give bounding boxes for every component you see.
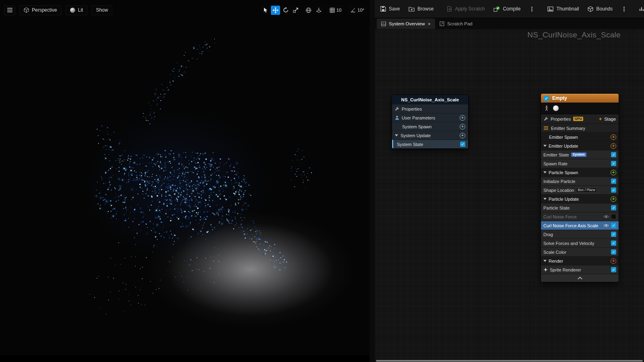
grid-snap-control[interactable]: 10 xyxy=(327,6,344,15)
browse-button[interactable]: Browse xyxy=(405,2,438,16)
material-thumbnail[interactable] xyxy=(553,105,559,111)
module-initialize-particle[interactable]: Initialize Particle xyxy=(541,177,619,186)
hamburger-icon xyxy=(7,8,13,12)
stack-group-particle-spawn[interactable]: Particle Spawn xyxy=(541,168,619,177)
collapse-arrow-icon[interactable] xyxy=(543,171,547,173)
module-enabled-checkbox[interactable] xyxy=(611,267,616,272)
add-module-button[interactable] xyxy=(611,196,616,202)
panel-separator xyxy=(369,0,375,362)
viewport-canvas[interactable] xyxy=(0,0,369,355)
move-tool-button[interactable] xyxy=(271,6,280,15)
lit-label: Lit xyxy=(78,7,83,13)
add-module-button[interactable] xyxy=(611,143,616,149)
stack-group-emitter-update[interactable]: Emitter Update xyxy=(541,142,619,150)
stack-group-render[interactable]: Render xyxy=(541,257,619,265)
tab-scratch-pad[interactable]: Scratch Pad xyxy=(435,19,477,29)
vertical-dots-icon xyxy=(623,8,625,10)
add-module-button[interactable] xyxy=(460,124,465,130)
globe-icon xyxy=(305,7,312,13)
system-update-row[interactable]: System Update xyxy=(392,131,468,140)
system-properties-row[interactable]: Properties xyxy=(392,104,468,113)
perspective-button[interactable]: Perspective xyxy=(19,5,62,15)
compile-button[interactable]: Compile xyxy=(489,2,524,16)
module-curl-noise-force-axis-scale[interactable]: Curl Noise Force Axis Scale xyxy=(541,221,619,230)
collapse-arrow-icon[interactable] xyxy=(543,260,547,262)
module-curl-noise-force[interactable]: Curl Noise Force xyxy=(541,212,619,221)
sprite-icon xyxy=(543,267,548,272)
add-stage-icon[interactable] xyxy=(599,116,602,121)
module-enabled-checkbox[interactable] xyxy=(611,152,616,157)
bounds-button[interactable]: Bounds xyxy=(584,2,617,16)
module-enabled-checkbox[interactable] xyxy=(611,214,616,219)
show-button[interactable]: Show xyxy=(91,5,112,15)
angle-icon xyxy=(351,8,356,12)
level-viewport[interactable]: Perspective Lit Show xyxy=(0,0,369,355)
system-overview-graph[interactable]: NS_CurlNoise_Axis_Scale NS_CurlNoise_Axi… xyxy=(375,29,644,362)
scale-tool-button[interactable] xyxy=(291,6,300,15)
stats-icon xyxy=(640,6,644,11)
compile-options-button[interactable] xyxy=(525,2,539,16)
add-renderer-button[interactable] xyxy=(611,258,616,264)
module-particle-state[interactable]: Particle State xyxy=(541,204,619,212)
module-enabled-checkbox[interactable] xyxy=(611,179,616,184)
stack-group-particle-update[interactable]: Particle Update xyxy=(541,195,619,204)
rotation-snap-control[interactable]: 10° xyxy=(348,6,367,15)
bounds-options-button[interactable] xyxy=(617,2,631,16)
module-drag[interactable]: Drag xyxy=(541,230,619,239)
module-enabled-checkbox[interactable] xyxy=(611,205,616,210)
module-solve-forces-and-velocity[interactable]: Solve Forces and Velocity xyxy=(541,239,619,248)
emitter-node-header[interactable]: Empty xyxy=(541,94,619,103)
add-module-button[interactable] xyxy=(460,133,465,138)
collapse-node-button[interactable] xyxy=(541,274,619,282)
add-parameter-button[interactable] xyxy=(460,115,465,121)
close-tab-icon[interactable]: × xyxy=(427,21,431,27)
module-scale-color[interactable]: Scale Color xyxy=(541,248,619,257)
module-emitter-state[interactable]: Emitter State System xyxy=(541,150,619,159)
emitter-properties-row[interactable]: Properties GPU Stage xyxy=(541,114,619,124)
module-enabled-checkbox[interactable] xyxy=(611,161,616,166)
module-sprite-renderer[interactable]: Sprite Renderer xyxy=(541,265,619,274)
stack-group-emitter-spawn[interactable]: Emitter Spawn xyxy=(541,133,619,142)
module-enabled-checkbox[interactable] xyxy=(611,249,616,255)
add-module-button[interactable] xyxy=(611,170,616,175)
thumbnail-button[interactable]: Thumbnail xyxy=(543,2,583,16)
browse-icon xyxy=(409,6,415,12)
lit-button[interactable]: Lit xyxy=(66,5,88,15)
tab-system-overview[interactable]: System Overview × xyxy=(377,19,435,29)
stage-label: Stage xyxy=(604,117,616,121)
emitter-enabled-checkbox[interactable] xyxy=(544,96,549,101)
system-node-header[interactable]: NS_CurlNoise_Axis_Scale xyxy=(392,95,468,104)
module-enabled-checkbox[interactable] xyxy=(611,241,616,246)
wrench-icon xyxy=(544,117,548,121)
module-enabled-checkbox[interactable] xyxy=(611,223,616,228)
system-state-row[interactable]: System State xyxy=(392,140,468,148)
add-module-button[interactable] xyxy=(611,134,616,140)
module-enabled-checkbox[interactable] xyxy=(460,142,465,147)
module-enabled-checkbox[interactable] xyxy=(611,232,616,237)
user-parameters-row[interactable]: User Parameters xyxy=(392,113,468,122)
select-tool-button[interactable] xyxy=(261,6,270,15)
emitter-summary-row[interactable]: Emitter Summary xyxy=(541,124,619,133)
collapse-arrow-icon[interactable] xyxy=(395,134,398,136)
viewport-menu-button[interactable] xyxy=(4,5,15,15)
world-space-toggle-button[interactable] xyxy=(304,6,313,15)
module-spawn-rate[interactable]: Spawn Rate xyxy=(541,159,619,168)
performance-button[interactable] xyxy=(636,2,644,16)
horizontal-scrollbar[interactable] xyxy=(376,360,643,362)
module-enabled-checkbox[interactable] xyxy=(611,187,616,193)
collapse-arrow-icon[interactable] xyxy=(543,198,547,200)
system-spawn-row[interactable]: System Spawn xyxy=(392,122,468,131)
surface-snap-button[interactable] xyxy=(314,6,323,15)
save-button[interactable]: Save xyxy=(376,2,404,16)
eye-icon[interactable] xyxy=(603,224,609,227)
module-shape-location[interactable]: Shape Location Box / Plane xyxy=(541,186,619,195)
apply-scratch-button[interactable]: Apply Scratch xyxy=(442,2,489,16)
collapse-arrow-icon[interactable] xyxy=(543,145,547,147)
rotate-tool-button[interactable] xyxy=(281,6,290,15)
system-node[interactable]: NS_CurlNoise_Axis_Scale Properties User … xyxy=(392,95,469,149)
rotate-icon xyxy=(283,7,289,13)
transform-tools: 10 10° xyxy=(261,6,367,15)
eye-icon[interactable] xyxy=(603,215,609,218)
emitter-node[interactable]: Empty Properties GPU Stage Emitter Summa… xyxy=(541,93,619,282)
grid-icon xyxy=(330,8,335,13)
